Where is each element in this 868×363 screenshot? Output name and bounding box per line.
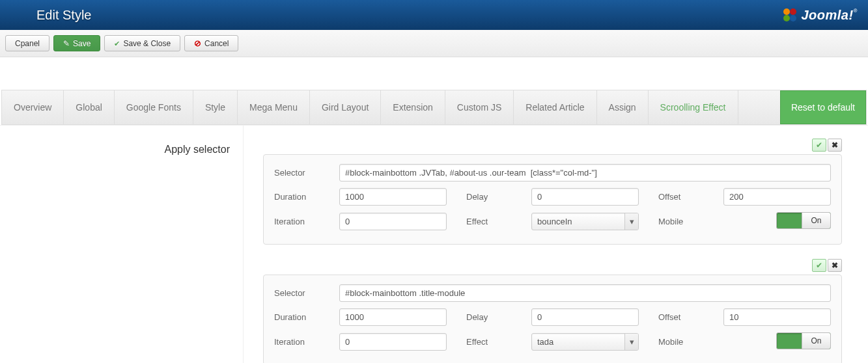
- tab-custom-js[interactable]: Custom JS: [445, 90, 514, 124]
- offset-input[interactable]: [723, 188, 831, 206]
- panel-confirm-button[interactable]: ✔: [812, 139, 826, 152]
- tab-extension[interactable]: Extension: [381, 90, 445, 124]
- offset-input[interactable]: [723, 308, 831, 326]
- reset-to-default-button[interactable]: Reset to default: [780, 90, 866, 124]
- cancel-icon: [194, 38, 201, 48]
- mobile-toggle[interactable]: On: [776, 332, 831, 349]
- duration-label: Duration: [274, 192, 339, 202]
- toggle-knob: On: [802, 333, 830, 349]
- tabs-bar: Overview Global Google Fonts Style Mega …: [1, 90, 867, 125]
- delay-label: Delay: [466, 192, 531, 202]
- content: Apply selector ✔ ✖ Selector Duration Del…: [0, 125, 868, 363]
- tab-assign[interactable]: Assign: [597, 90, 649, 124]
- tab-scrolling-effect[interactable]: Scroolling Effect: [649, 90, 738, 124]
- effect-label: Effect: [466, 217, 531, 226]
- brand-logo: Joomla!®: [781, 7, 858, 23]
- tab-google-fonts[interactable]: Google Fonts: [115, 90, 193, 124]
- action-toolbar: Cpanel Save Save & Close Cancel: [0, 30, 868, 57]
- svg-point-1: [790, 8, 796, 15]
- tab-style[interactable]: Style: [193, 90, 238, 124]
- offset-label: Offset: [658, 312, 723, 322]
- tab-related-article[interactable]: Related Article: [514, 90, 596, 124]
- svg-point-0: [783, 8, 790, 15]
- left-column: Apply selector: [0, 126, 244, 363]
- save-close-button[interactable]: Save & Close: [104, 35, 180, 51]
- selector-panel: Selector Duration Delay Offset: [263, 275, 842, 363]
- iteration-label: Iteration: [274, 217, 339, 226]
- iteration-input[interactable]: [339, 333, 447, 351]
- page-title: Edit Style: [36, 8, 91, 23]
- selector-label: Selector: [274, 168, 339, 178]
- panel-actions: ✔ ✖: [263, 139, 842, 152]
- selector-input[interactable]: [339, 164, 831, 182]
- panel-actions: ✔ ✖: [263, 259, 842, 272]
- effect-label: Effect: [466, 337, 531, 347]
- effect-select[interactable]: bounceIn: [531, 213, 639, 230]
- panel-close-button[interactable]: ✖: [828, 139, 842, 152]
- selector-panel: Selector Duration Delay Offset: [263, 154, 842, 245]
- svg-point-2: [783, 15, 790, 21]
- mobile-label: Mobile: [658, 337, 723, 347]
- iteration-input[interactable]: [339, 213, 447, 230]
- selector-input[interactable]: [339, 284, 831, 302]
- check-icon: [114, 39, 120, 48]
- top-header: Edit Style Joomla!®: [0, 0, 868, 30]
- tab-mega-menu[interactable]: Mega Menu: [238, 90, 310, 124]
- panel-confirm-button[interactable]: ✔: [812, 259, 826, 272]
- joomla-icon: [781, 7, 798, 23]
- mobile-toggle[interactable]: On: [776, 212, 831, 229]
- panel-close-button[interactable]: ✖: [828, 259, 842, 272]
- tab-gird-layout[interactable]: Gird Layout: [310, 90, 381, 124]
- brand-text: Joomla!®: [801, 8, 858, 23]
- duration-label: Duration: [274, 312, 339, 322]
- delay-label: Delay: [466, 312, 531, 322]
- duration-input[interactable]: [339, 188, 447, 206]
- apply-selector-label: Apply selector: [13, 144, 230, 155]
- toggle-knob: On: [802, 213, 830, 228]
- tab-overview[interactable]: Overview: [2, 90, 64, 124]
- selector-label: Selector: [274, 288, 339, 298]
- right-column: ✔ ✖ Selector Duration Delay Offset: [244, 126, 868, 363]
- delay-input[interactable]: [531, 308, 639, 326]
- cancel-button[interactable]: Cancel: [184, 35, 238, 51]
- svg-point-3: [790, 15, 796, 21]
- iteration-label: Iteration: [274, 337, 339, 347]
- edit-icon: [63, 39, 70, 48]
- save-button[interactable]: Save: [53, 35, 100, 51]
- mobile-label: Mobile: [658, 217, 723, 226]
- delay-input[interactable]: [531, 188, 639, 206]
- effect-select[interactable]: tada: [531, 333, 639, 351]
- cpanel-button[interactable]: Cpanel: [5, 35, 49, 51]
- tab-global[interactable]: Global: [64, 90, 114, 124]
- offset-label: Offset: [658, 192, 723, 202]
- duration-input[interactable]: [339, 308, 447, 326]
